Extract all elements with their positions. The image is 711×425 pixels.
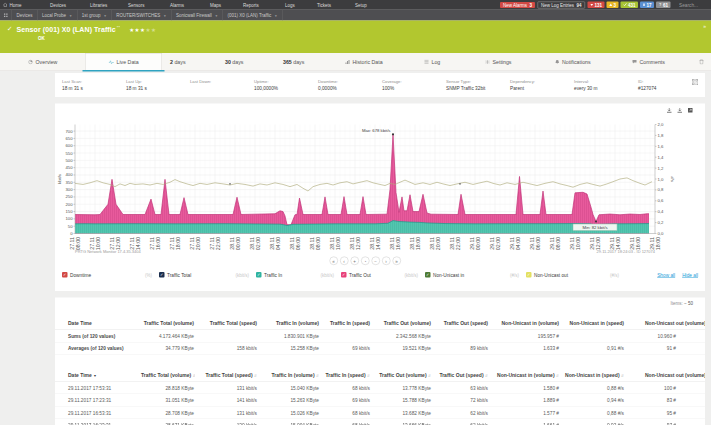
status-badge: OK <box>38 36 156 41</box>
download-svg-icon[interactable] <box>677 108 683 114</box>
column-header[interactable]: Non-Unicast in (volume)⇵ <box>489 369 560 382</box>
table-row[interactable]: 29.11.2017 17:53:3128.818 KByte131 kbit/… <box>55 381 705 394</box>
svg-text:0,2: 0,2 <box>658 220 665 225</box>
column-header: Non-Unicast in (speed) <box>560 317 625 330</box>
download-png-icon[interactable] <box>667 108 673 114</box>
column-header[interactable]: Traffic Total (volume)⇵ <box>140 369 195 382</box>
new-log-entries-badge[interactable]: New Log Entries 94 <box>537 1 585 8</box>
legend-downtime[interactable]: ✓Downtime(%) <box>62 272 159 278</box>
legend-checkbox[interactable]: ✓ <box>62 272 68 278</box>
svg-text:20:00: 20:00 <box>435 237 441 250</box>
fast-backward-icon[interactable]: « <box>329 257 338 266</box>
info-field-last-down: Last Down: <box>190 79 254 91</box>
open-in-window-icon[interactable] <box>688 108 694 114</box>
svg-text:1,8: 1,8 <box>658 133 665 138</box>
legend-checkbox[interactable]: ✓ <box>425 272 431 278</box>
qr-code-icon[interactable] <box>692 78 698 87</box>
nav-item-maps[interactable]: Maps <box>210 0 221 10</box>
nav-item-sensors[interactable]: Sensors <box>128 0 145 10</box>
column-header[interactable]: Traffic Out (speed)⇵ <box>432 369 489 382</box>
zoom-out-icon[interactable]: − <box>371 257 380 266</box>
hide-all-link[interactable]: Hide all <box>682 272 698 278</box>
legend-traffic-in[interactable]: ✓Traffic In(kbit/s) <box>256 272 341 278</box>
gear-icon <box>485 59 490 64</box>
tab-overview[interactable]: Overview <box>28 53 57 71</box>
overview-icon <box>28 59 33 64</box>
legend-checkbox[interactable]: ✓ <box>526 272 532 278</box>
column-header[interactable]: Non-Unicast out (volume)⇵ <box>625 369 705 382</box>
breadcrumb-item[interactable]: 1st group▼ <box>77 10 111 21</box>
svg-text:22:00: 22:00 <box>455 237 461 250</box>
nav-item-logs[interactable]: Logs <box>285 0 295 10</box>
step-forward-icon[interactable]: › <box>382 257 391 266</box>
tab-comments[interactable]: Comments <box>632 53 665 71</box>
nav-item-home[interactable]: Home <box>3 0 22 10</box>
status-count-pause[interactable]: 17 <box>640 2 654 9</box>
tab-days[interactable]: 2days <box>170 53 186 71</box>
svg-text:Min: 82 kbit/s: Min: 82 kbit/s <box>582 225 607 230</box>
info-field-downtime: Downtime:0,0000% <box>318 79 382 91</box>
status-count-unknown[interactable]: ?61 <box>656 2 671 9</box>
breadcrumb-item[interactable]: Sonicwall Firewall▼ <box>171 10 222 21</box>
info-field-dependency: Dependency:Parent <box>510 79 574 91</box>
main-menu: HomeDevicesLibrariesSensorsAlarmsMapsRep… <box>0 0 500 10</box>
table-row[interactable]: 29.11.2017 16:23:3128.671 KByte130 kbit/… <box>55 419 705 425</box>
status-count-warning[interactable]: 3 <box>606 2 618 9</box>
column-header[interactable]: Traffic Total (speed)⇵ <box>195 369 258 382</box>
nav-item-setup[interactable]: Setup <box>355 0 367 10</box>
time-icon[interactable]: ◔ <box>361 257 370 266</box>
tab-historic-data[interactable]: Historic Data <box>345 53 383 71</box>
column-header[interactable]: Non-Unicast in (speed)⇵ <box>560 369 625 382</box>
column-header[interactable]: Date Time▼ <box>55 369 140 382</box>
sort-icon: ⇵ <box>428 374 431 378</box>
nav-item-tickets[interactable]: Tickets <box>317 0 331 10</box>
status-count-check[interactable]: 431 <box>620 2 638 9</box>
column-header[interactable]: Traffic In (speed)⇵ <box>320 369 371 382</box>
tab-days[interactable]: 365days <box>283 53 304 71</box>
tab-notifications[interactable]: Notifications <box>555 53 591 71</box>
breadcrumb-item[interactable]: ROUTER/SWITCHES▼ <box>112 10 172 21</box>
legend-checkbox[interactable]: ✓ <box>256 272 262 278</box>
search-input[interactable]: Search... <box>679 2 707 8</box>
legend-non-unicast-out[interactable]: ✓Non-Unicast out(#/s) <box>526 272 626 278</box>
table-row[interactable]: 29.11.2017 17:23:3131.051 KByte141 kbit/… <box>55 394 705 407</box>
status-count-down[interactable]: 131 <box>587 2 604 9</box>
info-field-last-scan: Last Scan:18 m 31 s <box>62 79 126 91</box>
breadcrumb-home-icon[interactable] <box>0 10 12 21</box>
items-count[interactable]: Items: ~ 50 <box>55 301 705 307</box>
legend-traffic-out[interactable]: ✓Traffic Out(kbit/s) <box>341 272 425 278</box>
unknown-icon: ? <box>658 2 662 7</box>
nav-item-devices[interactable]: Devices <box>50 0 66 10</box>
comment-icon <box>632 60 637 65</box>
zoom-in-icon[interactable]: + <box>350 257 359 266</box>
delete-sensor-icon[interactable] <box>699 53 704 71</box>
tab-log[interactable]: Log <box>424 53 440 71</box>
detail-table: Date Time▼Traffic Total (volume)⇵Traffic… <box>55 369 705 425</box>
legend-traffic-total[interactable]: ✓Traffic Total(kbit/s) <box>159 272 256 278</box>
banner-menu-icon[interactable]: » <box>703 24 706 30</box>
breadcrumb-item[interactable]: Devices <box>12 10 38 21</box>
column-header[interactable]: Traffic Out (volume)⇵ <box>371 369 432 382</box>
legend-checkbox[interactable]: ✓ <box>159 272 165 278</box>
tab-days[interactable]: 30days <box>225 53 243 71</box>
fast-forward-icon[interactable]: » <box>392 257 401 266</box>
svg-text:18:00: 18:00 <box>655 237 661 250</box>
breadcrumb-item[interactable]: (001) X0 (LAN) Traffic▼ <box>223 10 282 21</box>
breadcrumb-item[interactable]: Local Probe▼ <box>38 10 78 21</box>
svg-text:10:00: 10:00 <box>575 237 581 250</box>
legend-non-unicast-in[interactable]: ✓Non-Unicast in(#/s) <box>425 272 526 278</box>
tab-settings[interactable]: Settings <box>485 53 511 71</box>
tab-live-data[interactable]: Live Data <box>85 53 162 71</box>
new-alarms-badge[interactable]: New Alarms 3 <box>500 2 535 8</box>
nav-item-reports[interactable]: Reports <box>243 0 259 10</box>
column-header[interactable]: Traffic In (volume)⇵ <box>258 369 320 382</box>
legend-checkbox[interactable]: ✓ <box>341 272 347 278</box>
table-row[interactable]: 29.11.2017 16:53:3128.708 KByte131 kbit/… <box>55 406 705 419</box>
step-backward-icon[interactable]: ‹ <box>340 257 349 266</box>
priority-stars[interactable]: ★★★★★ <box>129 27 156 33</box>
live-data-chart[interactable]: 0501001502002503003504004505005506006507… <box>55 104 705 256</box>
show-all-link[interactable]: Show all <box>657 272 675 278</box>
nav-item-alarms[interactable]: Alarms <box>170 0 184 10</box>
nav-item-libraries[interactable]: Libraries <box>90 0 107 10</box>
sensor-header: ✓ Sensor (001) X0 (LAN) Traffic** ★★★★★ … <box>0 21 711 54</box>
